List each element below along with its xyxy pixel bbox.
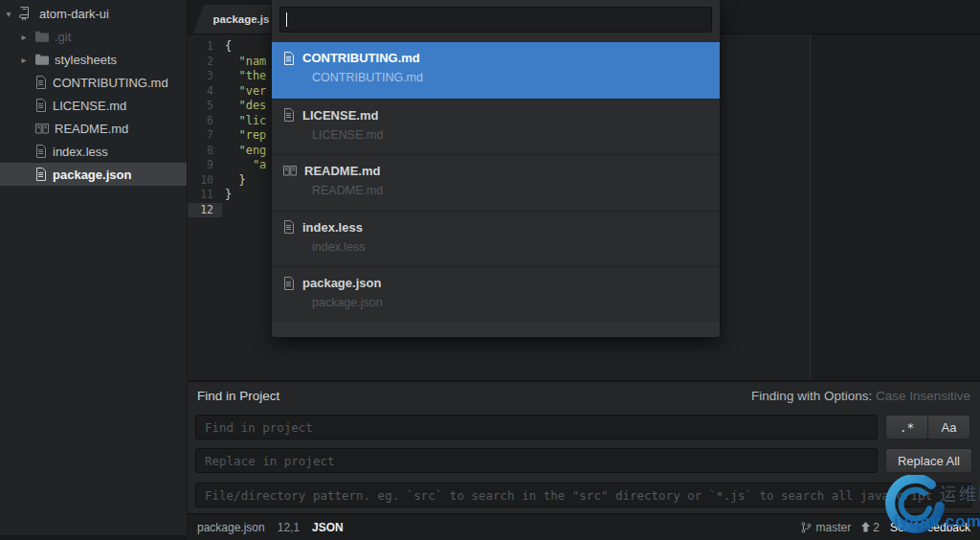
status-bar: package.json 12,1 JSON master 2 Send Fee… — [188, 513, 980, 540]
file-text-icon — [283, 108, 295, 122]
file-text-icon — [35, 145, 47, 158]
finder-item-name: package.json — [302, 276, 381, 290]
find-panel-header: Find in Project Finding with Options: Ca… — [197, 389, 970, 403]
file-text-icon — [283, 277, 295, 290]
folder-icon — [35, 31, 49, 42]
finder-item-name: LICENSE.md — [302, 108, 378, 123]
find-options-label: Finding with Options: — [751, 389, 872, 403]
fuzzy-finder-input[interactable] — [279, 7, 712, 33]
tree-item-label: package.json — [53, 168, 131, 182]
git-branch-icon — [801, 522, 812, 533]
status-file-name: package.json — [197, 521, 265, 534]
find-options-status: Finding with Options: Case Insensitive — [751, 389, 970, 403]
case-sensitive-toggle-button[interactable]: Aa — [928, 415, 970, 439]
branch-name: master — [816, 521, 852, 534]
finder-item-path: README.md — [312, 184, 708, 197]
line-number: 5 — [188, 99, 222, 114]
fuzzy-finder-footer — [272, 322, 720, 337]
tab-package-json[interactable]: package.js — [193, 5, 281, 34]
tree-item-readme-md[interactable]: README.md — [0, 117, 187, 140]
tree-item-label: LICENSE.md — [53, 99, 126, 113]
tree-item-label: .git — [55, 30, 71, 44]
tree-item-stylesheets[interactable]: ▸stylesheets — [0, 48, 187, 71]
tree-item-contributing-md[interactable]: CONTRIBUTING.md — [0, 71, 187, 94]
line-number: 6 — [188, 114, 222, 129]
line-number: 2 — [188, 55, 222, 70]
tree-item-label: README.md — [55, 122, 128, 136]
line-number: 8 — [188, 144, 222, 159]
line-source: "a — [222, 158, 266, 173]
file-text-icon — [35, 76, 47, 89]
line-number: 11 — [188, 188, 222, 203]
finder-item-package-json[interactable]: package.jsonpackage.json — [272, 266, 720, 323]
line-source: } — [222, 173, 246, 189]
tree-root-project[interactable]: ▾ atom-dark-ui — [0, 2, 187, 25]
find-panel-title: Find in Project — [197, 389, 279, 403]
finder-item-contributing-md[interactable]: CONTRIBUTING.mdCONTRIBUTING.md — [272, 42, 720, 99]
tree-item-label: stylesheets — [55, 53, 117, 67]
git-branch-status: master — [801, 521, 852, 534]
commits-ahead-status: 2 — [861, 521, 880, 534]
line-source — [222, 203, 225, 218]
find-input[interactable] — [195, 415, 878, 439]
text-caret — [286, 12, 287, 27]
line-number: 4 — [188, 84, 222, 100]
chevron-right-icon[interactable]: ▸ — [19, 55, 29, 65]
finder-item-license-md[interactable]: LICENSE.mdLICENSE.md — [272, 99, 720, 155]
finder-item-path: package.json — [312, 296, 708, 309]
line-source: "ver — [222, 84, 266, 100]
tree-item-package-json[interactable]: package.json — [0, 163, 187, 186]
status-bar-right: master 2 Send Feedback — [801, 521, 980, 534]
find-options-value: Case Insensitive — [876, 389, 970, 403]
line-source: "des — [222, 99, 266, 114]
fuzzy-finder-panel: CONTRIBUTING.mdCONTRIBUTING.mdLICENSE.md… — [271, 0, 721, 338]
status-grammar[interactable]: JSON — [312, 521, 344, 534]
arrow-up-icon — [861, 522, 870, 532]
path-pattern-input[interactable] — [195, 483, 972, 507]
file-text-icon — [35, 168, 47, 181]
file-text-icon — [283, 52, 295, 65]
atom-window: ▾ atom-dark-ui ▸.git▸stylesheetsCONTRIBU… — [0, 0, 980, 540]
finder-item-name: CONTRIBUTING.md — [302, 51, 420, 65]
finder-item-path: index.less — [312, 240, 708, 254]
book-icon — [35, 123, 49, 135]
send-feedback-button[interactable]: Send Feedback — [890, 521, 970, 534]
line-source: { — [222, 39, 232, 55]
chevron-down-icon[interactable]: ▾ — [4, 9, 13, 19]
tree-item-label: CONTRIBUTING.md — [53, 76, 168, 90]
ahead-count: 2 — [873, 521, 880, 534]
finder-item-name: README.md — [304, 164, 380, 178]
tab-label: package.js — [206, 13, 270, 25]
tree-item-index-less[interactable]: index.less — [0, 140, 187, 163]
finder-item-path: CONTRIBUTING.md — [312, 71, 708, 84]
file-text-icon — [35, 99, 47, 112]
finder-item-readme-md[interactable]: README.mdREADME.md — [272, 154, 720, 211]
replace-input[interactable] — [195, 448, 878, 473]
line-number: 3 — [188, 69, 222, 84]
tree-view: ▾ atom-dark-ui ▸.git▸stylesheetsCONTRIBU… — [0, 0, 188, 540]
line-number: 12 — [188, 203, 222, 218]
line-source: "the — [222, 69, 266, 84]
finder-item-index-less[interactable]: index.lessindex.less — [272, 211, 720, 267]
line-source: } — [222, 188, 232, 203]
project-root-label: atom-dark-ui — [39, 7, 109, 21]
tree-item-license-md[interactable]: LICENSE.md — [0, 94, 187, 117]
tree-item-label: index.less — [53, 145, 108, 159]
fuzzy-finder-input-wrap — [279, 7, 712, 33]
replace-all-button[interactable]: Replace All — [885, 448, 972, 473]
find-in-project-panel: Find in Project Finding with Options: Ca… — [188, 380, 980, 514]
tree-item--git[interactable]: ▸.git — [0, 25, 187, 48]
file-text-icon — [283, 220, 295, 234]
regex-toggle-button[interactable]: .* — [885, 415, 928, 439]
line-number: 9 — [188, 158, 222, 173]
line-source: "lic — [222, 114, 266, 129]
line-source: "nam — [222, 55, 266, 70]
status-cursor-position[interactable]: 12,1 — [278, 521, 300, 534]
chevron-right-icon[interactable]: ▸ — [19, 32, 29, 42]
line-source: "rep — [222, 128, 266, 144]
book-icon — [283, 165, 297, 177]
line-number: 10 — [188, 173, 222, 189]
line-source: "eng — [222, 144, 266, 159]
line-number: 1 — [188, 39, 222, 55]
finder-item-name: index.less — [302, 220, 363, 235]
